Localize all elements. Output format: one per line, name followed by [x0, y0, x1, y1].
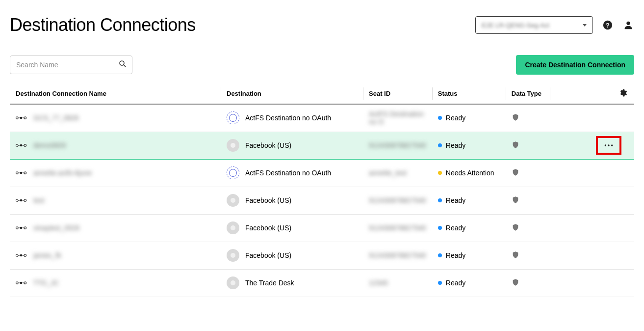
destination-logo-icon — [227, 276, 239, 289]
column-header-name[interactable]: Destination Connection Name — [10, 83, 221, 104]
svg-point-17 — [611, 144, 613, 146]
connection-name: demo0609 — [33, 141, 66, 149]
destination-logo-icon — [227, 139, 239, 152]
status-dot-icon — [438, 226, 442, 230]
svg-line-4 — [124, 65, 126, 67]
seat-id: 912430878827540 — [369, 224, 426, 232]
svg-point-38 — [16, 282, 18, 284]
shield-icon — [512, 112, 519, 122]
connection-icon — [16, 115, 26, 120]
seat-id: 912430878827540 — [369, 196, 426, 204]
status-text: Ready — [446, 251, 465, 259]
svg-point-15 — [605, 144, 606, 146]
shield-icon — [512, 167, 519, 177]
create-destination-button[interactable]: Create Destination Connection — [516, 55, 634, 75]
column-header-status[interactable]: Status — [432, 83, 506, 104]
svg-point-29 — [20, 227, 23, 229]
seat-id: 12345 — [369, 279, 388, 287]
search-input[interactable] — [15, 60, 113, 69]
status-text: Ready — [446, 279, 465, 287]
shield-icon — [512, 140, 519, 150]
destination-name: ActFS Destination no OAuth — [245, 169, 331, 177]
table-row[interactable]: demo0609Facebook (US)912430878827540Read… — [10, 132, 634, 159]
status-text: Ready — [446, 196, 465, 204]
table-settings-icon[interactable] — [618, 91, 627, 99]
table-row[interactable]: GCS_77_0826ActFS Destination no OAuthAct… — [10, 104, 634, 132]
svg-point-5 — [16, 117, 18, 119]
search-input-wrap — [10, 55, 132, 74]
destination-name: ActFS Destination no OAuth — [245, 114, 331, 122]
connection-icon — [16, 198, 26, 203]
search-icon — [118, 59, 127, 70]
account-select-value: E2E LR-QENG-Seg-Act — [482, 22, 549, 29]
column-header-destination[interactable]: Destination — [221, 83, 363, 104]
destination-name: The Trade Desk — [245, 279, 294, 287]
svg-point-35 — [24, 254, 26, 257]
connection-icon — [16, 280, 26, 285]
connection-name: TTD_JC — [33, 279, 59, 287]
destination-logo-icon — [227, 249, 239, 262]
svg-point-40 — [24, 282, 26, 284]
svg-point-6 — [20, 117, 23, 119]
column-header-datatype[interactable]: Data Type — [506, 83, 550, 104]
destination-logo-icon — [227, 166, 239, 179]
row-actions-button[interactable] — [602, 140, 616, 151]
destination-name: Facebook (US) — [245, 224, 291, 232]
shield-icon — [512, 195, 519, 205]
table-row[interactable]: vinaytest_0526Facebook (US)9124308788275… — [10, 214, 634, 242]
svg-point-39 — [20, 282, 23, 284]
status-text: Ready — [446, 224, 465, 232]
seat-id: 912430878827540 — [369, 251, 426, 259]
connection-icon — [16, 143, 26, 148]
account-select[interactable]: E2E LR-QENG-Seg-Act — [475, 16, 593, 34]
table-row[interactable]: testFacebook (US)912430878827540Ready — [10, 187, 634, 214]
connection-name: james_fb — [33, 251, 61, 259]
status-dot-icon — [438, 171, 442, 175]
svg-point-18 — [16, 172, 18, 174]
svg-point-23 — [16, 199, 18, 202]
svg-point-16 — [608, 144, 609, 146]
connection-icon — [16, 225, 26, 230]
destination-name: Facebook (US) — [245, 251, 291, 259]
seat-id: annette_test — [369, 169, 407, 177]
svg-point-34 — [20, 254, 23, 257]
chevron-down-icon — [583, 24, 587, 27]
connection-icon — [16, 170, 26, 175]
row-actions-highlight — [596, 136, 621, 155]
svg-point-7 — [24, 117, 26, 119]
status-dot-icon — [438, 198, 442, 202]
svg-point-3 — [120, 61, 124, 65]
seat-id: 912430878827540 — [369, 141, 426, 149]
svg-point-30 — [24, 227, 26, 229]
connection-name: test — [33, 196, 45, 204]
svg-point-19 — [20, 172, 23, 174]
status-dot-icon — [438, 253, 442, 257]
svg-point-10 — [16, 144, 18, 147]
connection-name: vinaytest_0526 — [33, 224, 79, 232]
column-header-seat[interactable]: Seat ID — [363, 83, 432, 104]
svg-text:?: ? — [606, 22, 610, 29]
table-row[interactable]: TTD_JCThe Trade Desk12345Ready — [10, 269, 634, 297]
svg-point-33 — [16, 254, 18, 257]
connection-name: GCS_77_0826 — [33, 114, 79, 122]
user-icon[interactable] — [622, 19, 634, 31]
status-dot-icon — [438, 281, 442, 285]
destination-name: Facebook (US) — [245, 196, 291, 204]
shield-icon — [512, 250, 519, 260]
destination-logo-icon — [227, 221, 239, 234]
status-dot-icon — [438, 116, 442, 120]
svg-point-24 — [20, 199, 23, 202]
svg-point-11 — [20, 144, 23, 147]
table-row[interactable]: james_fbFacebook (US)912430878827540Read… — [10, 242, 634, 269]
svg-point-20 — [24, 172, 26, 174]
connection-name: annette.actfs-6june — [33, 169, 92, 177]
help-icon[interactable]: ? — [602, 19, 614, 31]
shield-icon — [512, 222, 519, 232]
destination-logo-icon — [227, 111, 239, 124]
svg-point-2 — [626, 22, 630, 25]
status-text: Ready — [446, 114, 465, 122]
seat-id: ActFS Destination no O — [369, 110, 424, 126]
shield-icon — [512, 277, 519, 287]
svg-point-12 — [24, 144, 26, 147]
table-row[interactable]: annette.actfs-6juneActFS Destination no … — [10, 159, 634, 187]
